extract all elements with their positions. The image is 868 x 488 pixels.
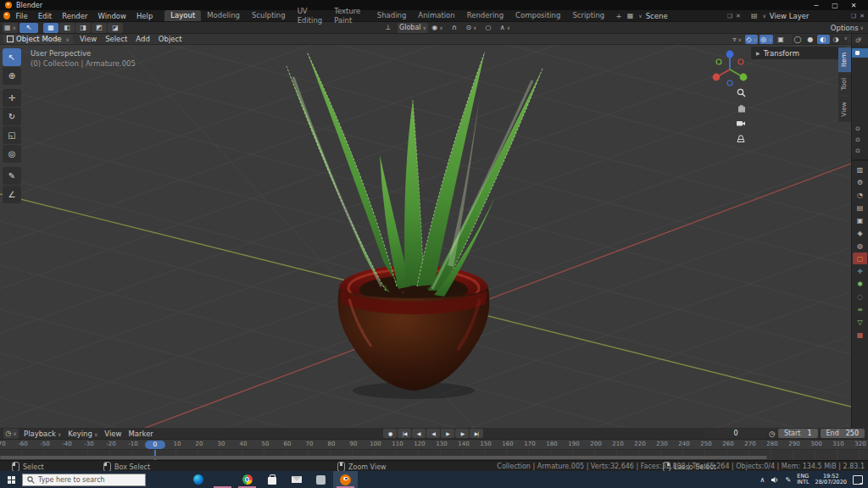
- shading-dropdown-icon[interactable]: ∨: [844, 35, 848, 44]
- frame-tick-230[interactable]: 230: [652, 441, 672, 447]
- sidebar-tab-view[interactable]: View: [838, 97, 851, 122]
- auto-key-button[interactable]: ●: [383, 429, 397, 438]
- frame-tick--60[interactable]: -60: [13, 441, 33, 447]
- frame-tick-270[interactable]: 270: [740, 441, 760, 447]
- taskbar-app-feedback[interactable]: [309, 471, 333, 488]
- tool-rotate-button[interactable]: ↻: [3, 108, 21, 125]
- frame-tick-220[interactable]: 220: [630, 441, 650, 447]
- taskbar-app-task-view[interactable]: [161, 471, 186, 488]
- minimize-button[interactable]: ─: [807, 2, 826, 9]
- jump-end-button[interactable]: ▶|: [470, 429, 483, 438]
- plant-pot-body[interactable]: [338, 288, 490, 391]
- delete-scene-icon[interactable]: ✕: [736, 13, 741, 19]
- frame-tick-260[interactable]: 260: [718, 441, 738, 447]
- frame-tick-160[interactable]: 160: [498, 441, 518, 447]
- menu-edit[interactable]: Edit: [33, 12, 57, 20]
- frame-tick-170[interactable]: 170: [520, 441, 540, 447]
- viewport-menu-add[interactable]: Add: [131, 35, 153, 43]
- frame-tick-300[interactable]: 300: [806, 441, 826, 447]
- clock[interactable]: 19:5228/07/2020: [815, 474, 847, 485]
- taskbar-app-edge[interactable]: [186, 471, 210, 488]
- new-view-layer-icon[interactable]: ❏: [851, 13, 856, 19]
- eye-icon[interactable]: ⊙: [855, 136, 860, 143]
- object-visibility-button[interactable]: ▿∨: [731, 35, 743, 44]
- tool-select-box-button[interactable]: ↖: [3, 48, 21, 66]
- select-mode-2[interactable]: ◨: [75, 23, 91, 33]
- jump-start-button[interactable]: |◀: [398, 429, 411, 438]
- frame-tick-310[interactable]: 310: [828, 441, 849, 447]
- snap-target-button[interactable]: ⊙∨: [464, 23, 479, 33]
- pan-hand-button[interactable]: [734, 101, 748, 114]
- proportional-falloff-button[interactable]: ∧∨: [498, 23, 513, 33]
- properties-tab-active-tool[interactable]: ⚙: [853, 176, 867, 188]
- gizmo-x-axis[interactable]: [713, 74, 721, 81]
- properties-tab-editor-type[interactable]: ▥: [853, 164, 867, 175]
- new-scene-icon[interactable]: ❏: [727, 13, 732, 19]
- timeline-menu-playback[interactable]: Playback∨: [20, 430, 64, 438]
- menu-help[interactable]: Help: [131, 12, 158, 20]
- properties-tab-object[interactable]: ▢: [853, 252, 867, 264]
- frame-tick-150[interactable]: 150: [476, 441, 496, 447]
- editor-type-button[interactable]: ▦∨: [3, 23, 18, 33]
- frame-tick-240[interactable]: 240: [674, 441, 694, 447]
- workspace-tab-animation[interactable]: Animation: [412, 10, 460, 21]
- add-workspace-button[interactable]: +: [610, 12, 627, 20]
- frame-tick-180[interactable]: 180: [542, 441, 562, 447]
- scene-selector[interactable]: Scene: [646, 12, 724, 20]
- prev-keyframe-button[interactable]: ◀·: [412, 429, 426, 438]
- frame-tick--20[interactable]: -20: [101, 441, 121, 447]
- viewport-menu-select[interactable]: Select: [101, 35, 131, 43]
- workspace-tab-texture-paint[interactable]: Texture Paint: [328, 6, 371, 26]
- tool-annotate-button[interactable]: ✎: [3, 167, 21, 185]
- frame-tick-290[interactable]: 290: [784, 441, 804, 447]
- tool-measure-button[interactable]: ∠: [3, 186, 21, 203]
- frame-tick--10[interactable]: -10: [123, 441, 143, 447]
- eye-icon[interactable]: ⊙: [855, 37, 860, 44]
- properties-tab-render[interactable]: ◔: [853, 189, 867, 201]
- orientation-dropdown[interactable]: Global∨: [398, 23, 428, 33]
- sidebar-transform-panel[interactable]: ▶ Transform: [751, 47, 846, 59]
- properties-tab-material[interactable]: ▦: [853, 329, 867, 341]
- properties-tab-view-layer[interactable]: ▣: [853, 214, 867, 226]
- shading-rendered-button[interactable]: ◑: [830, 35, 843, 44]
- sidebar-tab-tool[interactable]: Tool: [838, 73, 851, 96]
- timeline-track[interactable]: [0, 450, 868, 460]
- frame-tick-10[interactable]: 10: [167, 441, 187, 447]
- properties-tab-modifiers[interactable]: ✛: [853, 265, 867, 277]
- shading-wireframe-button[interactable]: ◯: [792, 35, 804, 44]
- frame-tick-250[interactable]: 250: [696, 441, 716, 447]
- eye-icon[interactable]: ⊙: [855, 147, 860, 154]
- frame-tick-90[interactable]: 90: [343, 441, 364, 447]
- taskbar-app-chrome[interactable]: [235, 471, 259, 488]
- pivot-point-button[interactable]: ◉∨: [430, 23, 445, 33]
- tool-cursor-button[interactable]: ⊕: [3, 67, 21, 85]
- frame-tick-60[interactable]: 60: [277, 441, 298, 447]
- tray-expand-icon[interactable]: ∧: [760, 476, 765, 484]
- frame-tick--40[interactable]: -40: [57, 441, 77, 447]
- shading-material-preview-button[interactable]: ◐: [817, 35, 830, 44]
- blender-menu-icon[interactable]: [3, 12, 10, 19]
- select-mode-3[interactable]: ◩: [92, 23, 107, 33]
- frame-tick-130[interactable]: 130: [431, 441, 452, 447]
- show-overlays-button[interactable]: ◎∨: [760, 35, 772, 44]
- action-center-icon[interactable]: [853, 475, 863, 485]
- tool-move-button[interactable]: ✛: [3, 89, 21, 107]
- frame-tick-40[interactable]: 40: [233, 441, 253, 447]
- taskbar-app-blender[interactable]: [333, 471, 358, 488]
- tool-scale-button[interactable]: ◱: [3, 126, 21, 144]
- auto-keying-icon[interactable]: ◷: [769, 430, 776, 438]
- frame-tick-30[interactable]: 30: [211, 441, 231, 447]
- frame-tick-50[interactable]: 50: [255, 441, 275, 447]
- viewport-menu-object[interactable]: Object: [154, 35, 186, 43]
- menu-window[interactable]: Window: [92, 12, 131, 20]
- taskbar-app-mail[interactable]: [284, 471, 309, 488]
- gizmo-z-axis[interactable]: [726, 51, 734, 58]
- pen-icon[interactable]: ✎: [785, 476, 791, 484]
- navigation-gizmo[interactable]: [710, 48, 749, 87]
- workspace-tab-shading[interactable]: Shading: [371, 10, 413, 21]
- toggle-xray-button[interactable]: ▣: [775, 35, 787, 44]
- timeline-menu-keying[interactable]: Keying∨: [64, 430, 101, 438]
- gizmo-y-axis[interactable]: [740, 74, 748, 81]
- workspace-tab-modeling[interactable]: Modeling: [201, 10, 246, 21]
- eye-icon[interactable]: ⊙: [855, 125, 860, 132]
